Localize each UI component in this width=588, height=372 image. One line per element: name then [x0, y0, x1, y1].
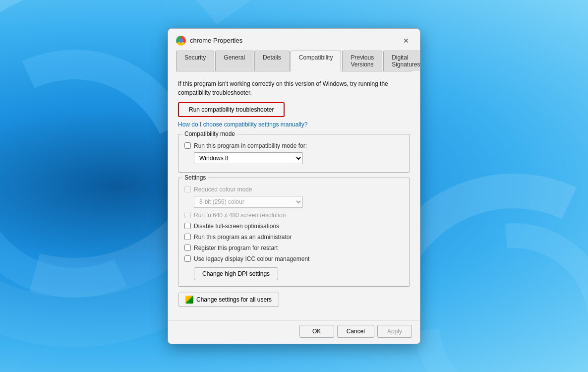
compatibility-mode-label: Compatibility mode: [182, 130, 237, 137]
change-settings-section: Change settings for all users: [178, 293, 410, 307]
colour-depth-select[interactable]: 8-bit (256) colour: [194, 196, 303, 208]
change-settings-label: Change settings for all users: [196, 296, 272, 303]
cancel-button[interactable]: Cancel: [337, 325, 374, 338]
tab-digital-signatures[interactable]: Digital Signatures: [383, 51, 420, 71]
change-dpi-button[interactable]: Change high DPI settings: [194, 267, 278, 280]
apply-button[interactable]: Apply: [377, 325, 412, 338]
ok-button[interactable]: OK: [299, 325, 334, 338]
reduced-colour-row: Reduced colour mode: [184, 186, 404, 193]
compatibility-mode-checkbox-label: Run this program in compatibility mode f…: [194, 142, 307, 149]
run-admin-row: Run this program as an administrator: [184, 234, 404, 241]
titlebar-left: chrome Properties: [176, 36, 242, 46]
tab-details[interactable]: Details: [254, 51, 290, 71]
compatibility-mode-select-row: Windows 8 Windows 7 Windows Vista Window…: [194, 152, 404, 164]
register-restart-checkbox[interactable]: [184, 245, 191, 251]
run-admin-label: Run this program as an administrator: [194, 234, 292, 241]
windows-version-select[interactable]: Windows 8 Windows 7 Windows Vista Window…: [194, 152, 303, 164]
tab-previous-versions[interactable]: Previous Versions: [342, 51, 382, 71]
tab-security[interactable]: Security: [176, 51, 214, 71]
settings-group: Settings Reduced colour mode 8-bit (256)…: [178, 178, 410, 287]
disable-fullscreen-row: Disable full-screen optimisations: [184, 223, 404, 230]
settings-group-label: Settings: [182, 174, 208, 181]
titlebar: chrome Properties ✕: [168, 29, 420, 47]
run-troubleshooter-button[interactable]: Run compatibility troubleshooter: [178, 102, 285, 117]
disable-fullscreen-label: Disable full-screen optimisations: [194, 223, 279, 230]
chrome-icon: [176, 36, 186, 46]
run-640-checkbox[interactable]: [184, 212, 191, 218]
dialog-content: If this program isn't working correctly …: [168, 71, 420, 320]
compatibility-mode-checkbox-row: Run this program in compatibility mode f…: [184, 142, 404, 149]
how-to-link[interactable]: How do I choose compatibility settings m…: [178, 121, 410, 128]
tabs-container: Security General Details Compatibility P…: [168, 47, 420, 71]
shield-icon: [185, 296, 193, 304]
legacy-icc-checkbox[interactable]: [184, 255, 191, 262]
reduced-colour-label: Reduced colour mode: [194, 186, 252, 193]
register-restart-label: Register this program for restart: [194, 245, 278, 251]
disable-fullscreen-checkbox[interactable]: [184, 223, 191, 229]
run-admin-checkbox[interactable]: [184, 234, 191, 240]
tab-general[interactable]: General: [215, 51, 253, 71]
dialog-title: chrome Properties: [190, 37, 242, 44]
run-640-label: Run in 640 x 480 screen resolution: [194, 212, 286, 219]
change-settings-button[interactable]: Change settings for all users: [178, 293, 279, 307]
reduced-colour-checkbox[interactable]: [184, 186, 191, 192]
legacy-icc-row: Use legacy display ICC colour management: [184, 255, 404, 262]
legacy-icc-label: Use legacy display ICC colour management: [194, 255, 309, 262]
colour-depth-select-row: 8-bit (256) colour: [194, 196, 404, 208]
tab-compatibility[interactable]: Compatibility: [291, 51, 342, 71]
dialog-footer: OK Cancel Apply: [168, 320, 420, 344]
tabs-row: Security General Details Compatibility P…: [176, 51, 412, 71]
run-640-row: Run in 640 x 480 screen resolution: [184, 212, 404, 219]
close-button[interactable]: ✕: [400, 35, 412, 47]
register-restart-row: Register this program for restart: [184, 245, 404, 251]
compatibility-mode-checkbox[interactable]: [184, 142, 191, 149]
properties-dialog: chrome Properties ✕ Security General Det…: [168, 28, 420, 344]
intro-text: If this program isn't working correctly …: [178, 79, 410, 97]
compatibility-mode-group: Compatibility mode Run this program in c…: [178, 134, 410, 173]
